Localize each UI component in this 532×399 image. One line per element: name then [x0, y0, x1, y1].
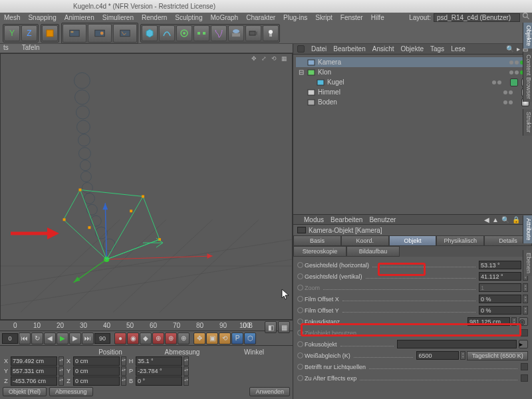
pos-Z-input[interactable] — [11, 376, 57, 386]
attr-up-icon[interactable]: ▲ — [492, 216, 499, 223]
key-pos-button[interactable]: ⊕ — [152, 332, 164, 344]
obj-menu-tags[interactable]: Tags — [430, 45, 444, 53]
dim-X-input[interactable] — [73, 356, 120, 366]
menu-fenster[interactable]: Fenster — [340, 14, 363, 21]
goto-end-button[interactable]: ⏭ — [82, 332, 94, 344]
menu-simulieren[interactable]: Simulieren — [102, 14, 134, 21]
key-rot-button[interactable]: ⊕ — [165, 332, 177, 344]
move-tool-button[interactable]: ✥ — [194, 332, 205, 344]
tree-item-boden[interactable]: Boden — [296, 97, 529, 107]
ang-P-input[interactable] — [136, 366, 182, 376]
coord-dim-dropdown[interactable]: Abmessung — [49, 387, 93, 396]
search-icon[interactable] — [522, 12, 531, 21]
prop-Betrifft nur Lichtquellen-check[interactable] — [521, 363, 528, 370]
anim-dot-icon[interactable] — [297, 364, 303, 370]
obj-menu-read[interactable]: Lese — [451, 45, 466, 53]
menu-sculpting[interactable]: Sculpting — [175, 14, 202, 21]
3d-viewport[interactable]: ✥ ⤢ ⟲ ▦ — [0, 53, 293, 320]
ruler-btn2[interactable]: ▦ — [278, 321, 290, 333]
scale-tool-button[interactable]: ▣ — [206, 332, 218, 344]
render-settings-button[interactable] — [113, 24, 137, 43]
sidetab-attribute[interactable]: Attribute — [523, 215, 532, 243]
autokey-button[interactable]: ◉ — [127, 332, 139, 344]
next-frame-button[interactable]: ▶ — [69, 332, 81, 344]
primitive-cube-button[interactable] — [142, 25, 158, 41]
camera-button[interactable] — [245, 25, 261, 41]
ruler-btn1[interactable]: ◧ — [265, 321, 277, 333]
sidetab-ebenen[interactable]: Ebenen — [523, 250, 532, 276]
prop-Film Offset Y-input[interactable] — [479, 306, 521, 315]
prop-Film Offset X-input[interactable] — [479, 295, 521, 303]
anim-dot-icon[interactable] — [297, 307, 303, 313]
attr-lock-icon[interactable]: 🔒 — [512, 216, 520, 223]
nurbs-button[interactable] — [176, 25, 192, 41]
pla-tool-button[interactable]: ⬡ — [244, 332, 256, 344]
repeat-button[interactable]: ↻ — [31, 332, 43, 344]
sidetab-struktur[interactable]: Struktur — [523, 109, 532, 136]
menu-plugins[interactable]: Plug-ins — [283, 14, 307, 21]
anim-dot-icon[interactable] — [297, 296, 303, 302]
render-view-button[interactable] — [63, 24, 86, 43]
object-tree[interactable]: Kamera ⊟ Klon Kugel Himmel Boden — [293, 55, 532, 214]
tree-item-kamera[interactable]: Kamera — [296, 57, 529, 67]
obj-eye-icon[interactable] — [297, 45, 305, 53]
tab-basis[interactable]: Basis — [293, 235, 341, 246]
anim-dot-icon[interactable] — [297, 273, 303, 279]
tree-item-himmel[interactable]: Himmel — [296, 87, 529, 97]
rotate-tool-button[interactable]: ⟲ — [219, 332, 231, 344]
prop-Fokusdistanz-input[interactable] — [467, 317, 510, 326]
attr-menu-mode[interactable]: Modus — [304, 216, 324, 223]
coord-apply-button[interactable]: Anwenden — [249, 387, 290, 396]
attr-search-icon[interactable]: 🔍 — [501, 216, 509, 223]
tab-stereoskopie[interactable]: Stereoskopie — [293, 246, 346, 257]
light-button[interactable] — [263, 25, 279, 41]
prop-Gesichtsfeld (vertikal)-input[interactable] — [479, 272, 521, 281]
obj-menu-edit[interactable]: Bearbeiten — [333, 45, 365, 53]
generator-button[interactable] — [194, 25, 209, 41]
menu-rendern[interactable]: Rendern — [142, 14, 167, 21]
anim-dot-icon[interactable] — [297, 375, 303, 381]
param-tool-button[interactable]: P — [231, 332, 243, 344]
prev-frame-button[interactable]: ◀ — [44, 332, 56, 344]
menu-mograph[interactable]: MoGraph — [211, 14, 239, 21]
axis-z-button[interactable]: Z — [21, 25, 37, 41]
dim-Y-input[interactable] — [73, 366, 120, 376]
prop-Fokusobjekt-pick[interactable]: ▸ — [519, 340, 528, 348]
tree-item-kugel[interactable]: Kugel — [296, 77, 529, 87]
anim-dot-icon[interactable] — [297, 319, 303, 325]
menu-animieren[interactable]: Animieren — [65, 14, 94, 21]
tree-item-klon[interactable]: ⊟ Klon — [296, 67, 529, 77]
prop-Gesichtsfeld (horizontal)-input[interactable] — [479, 261, 521, 269]
frame-start-input[interactable] — [2, 333, 18, 344]
menu-charakter[interactable]: Charakter — [246, 14, 275, 21]
spline-pen-button[interactable] — [159, 25, 175, 41]
coord-mode-dropdown[interactable]: Objekt (Rel) — [3, 387, 47, 396]
ang-H-input[interactable] — [136, 356, 182, 366]
sidetab-content-browser[interactable]: Content Browser — [523, 52, 532, 102]
pos-X-input[interactable] — [11, 356, 57, 366]
frame-end-input[interactable] — [94, 333, 110, 344]
prop-Weißabgleich (K)-input[interactable] — [416, 351, 459, 360]
obj-menu-view[interactable]: Ansicht — [372, 45, 394, 53]
anim-dot-icon[interactable] — [297, 285, 303, 291]
menu-mesh[interactable]: Mesh — [4, 14, 20, 21]
deformer-button[interactable] — [211, 25, 227, 41]
layout-dropdown[interactable] — [434, 13, 520, 22]
obj-view-icon[interactable]: ▸ — [517, 45, 520, 53]
prop-Fokusobjekt-input[interactable] — [397, 340, 517, 348]
pos-Y-input[interactable] — [11, 366, 57, 376]
anim-dot-icon[interactable] — [297, 330, 303, 336]
keyframe-button[interactable]: ◆ — [140, 332, 152, 344]
dim-Z-input[interactable] — [73, 376, 120, 386]
environment-button[interactable] — [228, 25, 244, 41]
cube-icon[interactable] — [42, 25, 58, 41]
tab-bildaufbau[interactable]: Bildaufbau — [346, 246, 400, 257]
prop-Zu After Effects exp-check[interactable] — [521, 374, 528, 382]
anim-dot-icon[interactable] — [297, 262, 303, 268]
obj-menu-objects[interactable]: Objekte — [401, 45, 424, 53]
tab-physikalisch[interactable]: Physikalisch — [436, 235, 484, 246]
sidetab-objekte[interactable]: Objekte — [523, 23, 532, 49]
focus-pick-icon[interactable]: ◎ — [519, 317, 528, 326]
attr-menu-edit[interactable]: Bearbeiten — [331, 216, 362, 223]
anim-dot-icon[interactable] — [297, 341, 303, 347]
